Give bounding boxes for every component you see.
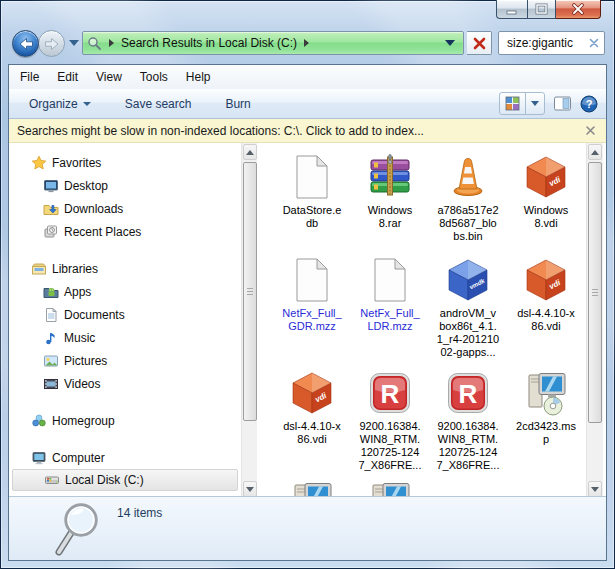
file-item-dsl-4-4-10-x86-vdi[interactable]: vdidsl-4.4.10-x 86.vdi [273, 369, 351, 446]
svg-text:?: ? [586, 98, 593, 110]
recent-pages-dropdown[interactable] [69, 40, 79, 46]
close-button[interactable] [556, 0, 601, 19]
file-item-androvm-vbox86t-4-1-1-r4-20121002-gapps[interactable]: vmdkandroVM_v box86t_4.1. 1_r4-201210 02… [429, 256, 507, 359]
navigation-bar: Search Results in Local Disk (C:) [8, 30, 607, 58]
breadcrumb-arrow-icon[interactable] [304, 39, 309, 47]
sidebar-item-desktop[interactable]: Desktop [12, 174, 238, 197]
notification-bar[interactable]: Searches might be slow in non-indexed lo… [9, 119, 606, 143]
scroll-down-button[interactable] [243, 481, 257, 497]
address-dropdown-icon[interactable] [445, 40, 455, 46]
toolbar-save-search-button[interactable]: Save search [117, 93, 200, 115]
file-item-9200-16384-win8-rtm-120725-1247-x86fre[interactable]: R9200.16384. WIN8_RTM. 120725-124 7_X86F… [351, 369, 429, 472]
preview-pane-button[interactable] [554, 96, 571, 111]
msp-installer-icon [522, 369, 570, 417]
scroll-up-button[interactable] [588, 144, 602, 160]
minimize-button[interactable] [496, 0, 527, 19]
item-count: 14 items [117, 506, 162, 520]
sidebar-scrollbar[interactable] [241, 143, 258, 498]
sidebar-item-label: Videos [64, 377, 100, 391]
file-item-2cd3423-msp[interactable]: 2cd3423.ms p [507, 369, 585, 446]
address-bar[interactable]: Search Results in Local Disk (C:) [82, 31, 464, 55]
sidebar-item-documents[interactable]: Documents [12, 303, 238, 326]
toolbar-label: Organize [29, 97, 78, 111]
back-button[interactable] [12, 30, 39, 57]
sidebar-item-favorites[interactable]: Favorites [12, 151, 238, 174]
breadcrumb[interactable]: Search Results in Local Disk (C:) [121, 36, 297, 50]
file-name-label: Windows 8.rar [351, 204, 429, 230]
homegroup-icon [31, 413, 47, 429]
vmdk-cube-icon: vmdk [444, 256, 492, 304]
maximize-button[interactable] [527, 0, 556, 19]
file-item-netfx-full-gdr-mzz[interactable]: NetFx_Full_ GDR.mzz [273, 256, 351, 333]
menu-help[interactable]: Help [177, 67, 220, 87]
clear-search-icon[interactable] [588, 37, 600, 49]
file-item-a786a517e28d5687-blobs-bin[interactable]: a786a517e2 8d5687_blo bs.bin [429, 153, 507, 243]
scrollbar-thumb[interactable] [243, 162, 257, 421]
file-item-netfx-full-ldr-mzz[interactable]: NetFx_Full_ LDR.mzz [351, 256, 429, 333]
sidebar-item-computer[interactable]: Computer [12, 446, 238, 469]
forward-button[interactable] [38, 30, 65, 57]
preview-pane-icon [554, 96, 571, 111]
file-item-dsl-4-4-10-x86-vdi[interactable]: vdidsl-4.4.10-x 86.vdi [507, 256, 585, 333]
sidebar-item-local-disk-c[interactable]: Local Disk (C:) [12, 469, 238, 491]
files-scrollbar[interactable] [586, 143, 603, 498]
magnifier-icon [87, 36, 102, 51]
search-box [498, 31, 605, 55]
scroll-down-button[interactable] [588, 481, 602, 497]
sidebar-item-music[interactable]: Music [12, 326, 238, 349]
sidebar-item-apps[interactable]: Apps [12, 280, 238, 303]
back-arrow-icon [18, 37, 34, 51]
maximize-icon [535, 3, 548, 15]
notification-close-icon[interactable] [585, 125, 596, 136]
sidebar-item-videos[interactable]: Videos [12, 372, 238, 395]
sidebar-item-recent-places[interactable]: Recent Places [12, 220, 238, 243]
scrollbar-thumb[interactable] [588, 162, 602, 423]
svg-text:R: R [381, 379, 400, 409]
toolbar-label: Burn [225, 97, 250, 111]
favorites-star-icon [31, 155, 47, 171]
help-button[interactable]: ? [580, 95, 598, 113]
menu-tools[interactable]: Tools [131, 67, 177, 87]
file-item-windows-8-rar[interactable]: Windows 8.rar [351, 153, 429, 230]
navigation-pane: FavoritesDesktopDownloadsRecent PlacesLi… [9, 143, 241, 498]
toolbar-burn-button[interactable]: Burn [217, 93, 258, 115]
views-dropdown-button[interactable] [525, 93, 544, 114]
sidebar-item-downloads[interactable]: Downloads [12, 197, 238, 220]
toolbar-right: ? [499, 92, 598, 115]
search-input[interactable] [505, 35, 588, 51]
sidebar-item-label: Favorites [52, 156, 101, 170]
file-item-9200-16384-win8-rtm-120725-1247-x86fre[interactable]: R9200.16384. WIN8_RTM. 120725-124 7_X86F… [429, 369, 507, 472]
details-pane: 14 items [9, 496, 606, 560]
toolbar-organize-button[interactable]: Organize [21, 93, 99, 115]
file-item-windows-8-vdi[interactable]: vdiWindows 8.vdi [507, 153, 585, 230]
change-view-button[interactable] [500, 93, 525, 114]
blank-file-icon [288, 153, 336, 201]
triangle-down-icon [246, 487, 254, 492]
notification-text: Searches might be slow in non-indexed lo… [17, 124, 585, 138]
file-name-label: a786a517e2 8d5687_blo bs.bin [429, 204, 507, 243]
sidebar-item-label: Homegroup [52, 414, 115, 428]
file-name-label: 2cd3423.ms p [507, 420, 585, 446]
client-area: FileEditViewToolsHelp OrganizeSave searc… [8, 64, 607, 561]
menu-edit[interactable]: Edit [48, 67, 87, 87]
menu-bar: FileEditViewToolsHelp [9, 65, 606, 89]
toolbar-label: Save search [125, 97, 192, 111]
recent-places-icon [43, 224, 59, 240]
sidebar-item-label: Apps [64, 285, 91, 299]
local-disk-icon [44, 472, 60, 488]
magnifier-large-icon [51, 500, 107, 558]
breadcrumb-arrow-icon[interactable] [109, 39, 114, 47]
scroll-up-button[interactable] [243, 144, 257, 160]
downloads-icon [43, 201, 59, 217]
menu-view[interactable]: View [87, 67, 131, 87]
command-toolbar: OrganizeSave searchBurn ? [9, 89, 606, 119]
file-list: DataStore.e dbWindows 8.rara786a517e2 8d… [257, 143, 603, 498]
music-icon [43, 330, 59, 346]
file-name-label: dsl-4.4.10-x 86.vdi [507, 307, 585, 333]
sidebar-item-pictures[interactable]: Pictures [12, 349, 238, 372]
stop-button[interactable] [467, 31, 492, 55]
sidebar-item-libraries[interactable]: Libraries [12, 257, 238, 280]
sidebar-item-homegroup[interactable]: Homegroup [12, 409, 238, 432]
menu-file[interactable]: File [11, 67, 48, 87]
file-item-datastore-edb[interactable]: DataStore.e db [273, 153, 351, 230]
